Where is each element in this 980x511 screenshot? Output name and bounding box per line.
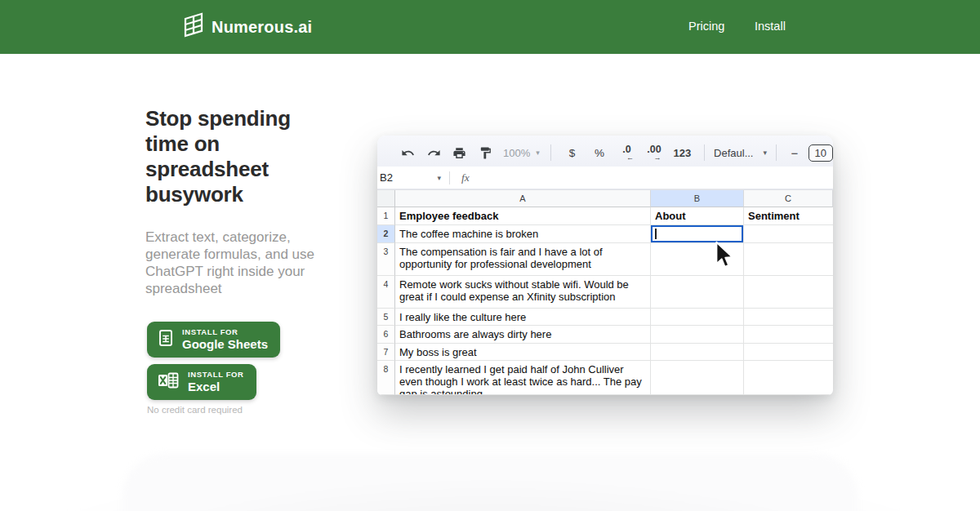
cell-A7[interactable]: My boss is great <box>395 344 651 361</box>
cell-C2[interactable] <box>744 225 833 243</box>
sheet-row-8: 8I recently learned I get paid half of J… <box>377 361 833 395</box>
font-selector[interactable]: Defaul... ▾ <box>714 147 767 159</box>
fx-icon: fx <box>461 171 470 184</box>
format-percent-button[interactable]: % <box>586 147 612 159</box>
cell-A6[interactable]: Bathrooms are always dirty here <box>395 326 651 344</box>
excel-icon <box>158 371 180 392</box>
toolbar-divider <box>550 144 551 161</box>
active-cell-reference: B2 <box>380 171 393 184</box>
column-header-A[interactable]: A <box>395 190 651 207</box>
cell-B5[interactable] <box>651 309 744 326</box>
cell-A3[interactable]: The compensation is fair and I have a lo… <box>395 243 651 276</box>
install-google-sheets-button[interactable]: INSTALL FOR Google Sheets <box>147 322 280 358</box>
zoom-selector[interactable]: 100% ▾ <box>503 147 540 159</box>
no-credit-card-note: No credit card required <box>147 405 243 415</box>
cell-C5[interactable] <box>744 309 833 326</box>
numerous-logo-icon <box>183 11 205 42</box>
formula-bar-divider <box>449 171 450 184</box>
brand-name: Numerous.ai <box>212 18 312 37</box>
cell-C6[interactable] <box>744 326 833 344</box>
row-header-7[interactable]: 7 <box>377 344 395 361</box>
sheet-row-5: 5I really like the culture here <box>377 309 833 326</box>
landing-page: Numerous.ai Pricing Install Stop spendin… <box>0 0 980 511</box>
toolbar-divider <box>704 144 705 161</box>
arrow-left-icon: ← <box>626 154 634 161</box>
install-for-eyebrow: INSTALL FOR <box>188 370 244 379</box>
font-size-input[interactable]: 10 <box>808 144 833 162</box>
sheet-rows: 1Employee feedbackAboutSentiment2The cof… <box>377 207 833 395</box>
sheet-row-4: 4Remote work sucks without stable wifi. … <box>377 276 833 309</box>
select-all-corner[interactable] <box>377 190 395 207</box>
page-title: Stop spending time on spreadsheet busywo… <box>145 106 321 207</box>
row-header-6[interactable]: 6 <box>377 326 395 344</box>
cell-C3[interactable] <box>744 243 833 276</box>
cell-C1[interactable]: Sentiment <box>744 207 833 225</box>
redo-button[interactable] <box>421 146 448 160</box>
undo-button[interactable] <box>395 146 421 160</box>
install-excel-button[interactable]: INSTALL FOR Excel <box>147 364 256 400</box>
brand-logo[interactable]: Numerous.ai <box>183 11 312 42</box>
chevron-down-icon: ▾ <box>763 149 767 157</box>
nav-link-install[interactable]: Install <box>755 20 786 33</box>
background-blob-inner <box>122 454 858 511</box>
cell-B4[interactable] <box>651 276 744 309</box>
cell-B6[interactable] <box>651 326 744 344</box>
cell-A2[interactable]: The coffee machine is broken <box>395 225 651 243</box>
row-header-8[interactable]: 8 <box>377 361 395 395</box>
font-name: Defaul... <box>714 147 753 159</box>
cell-B3[interactable] <box>651 243 744 276</box>
nav-link-pricing[interactable]: Pricing <box>688 20 724 33</box>
cell-C8[interactable] <box>744 361 833 395</box>
toolbar-divider <box>776 144 777 161</box>
spreadsheet-screenshot: 100% ▾ $ % .0 ← .00 → 123 Defaul... ▾ − … <box>377 136 833 395</box>
more-formats-button[interactable]: 123 <box>668 147 697 159</box>
zoom-value: 100% <box>503 147 530 159</box>
text-caret <box>655 229 657 239</box>
column-header-B[interactable]: B <box>651 190 744 207</box>
install-excel-text: INSTALL FOR Excel <box>188 370 244 393</box>
decrease-decimal-button[interactable]: .0 ← <box>613 145 640 161</box>
column-header-C[interactable]: C <box>744 190 833 207</box>
cell-B2[interactable] <box>651 225 744 243</box>
row-header-2[interactable]: 2 <box>377 225 395 243</box>
sheet-row-3: 3The compensation is fair and I have a l… <box>377 243 833 276</box>
sheet-row-1: 1Employee feedbackAboutSentiment <box>377 207 833 225</box>
chevron-down-icon: ▾ <box>536 149 540 157</box>
paint-format-button[interactable] <box>473 146 499 160</box>
formula-bar: B2 ▾ fx <box>377 167 833 189</box>
increase-decimal-button[interactable]: .00 → <box>640 145 667 161</box>
install-google-sheets-text: INSTALL FOR Google Sheets <box>182 327 268 351</box>
arrow-right-icon: → <box>653 154 661 161</box>
install-for-eyebrow: INSTALL FOR <box>182 327 268 336</box>
sheet-row-2: 2The coffee machine is broken <box>377 225 833 243</box>
decrease-font-size-button[interactable]: − <box>784 146 805 160</box>
row-header-3[interactable]: 3 <box>377 243 395 276</box>
name-box[interactable]: B2 ▾ <box>377 171 449 184</box>
excel-label: Excel <box>188 380 244 393</box>
cell-A4[interactable]: Remote work sucks without stable wifi. W… <box>395 276 651 309</box>
row-header-1[interactable]: 1 <box>377 207 395 225</box>
cell-A8[interactable]: I recently learned I get paid half of Jo… <box>395 361 651 395</box>
cell-B1[interactable]: About <box>651 207 744 225</box>
row-header-5[interactable]: 5 <box>377 309 395 326</box>
cell-C4[interactable] <box>744 276 833 309</box>
sheet-row-6: 6Bathrooms are always dirty here <box>377 326 833 344</box>
top-navigation-bar: Numerous.ai Pricing Install <box>0 0 980 54</box>
column-headers: ABC <box>377 189 833 207</box>
google-sheets-label: Google Sheets <box>182 337 268 351</box>
page-subtitle: Extract text, categorize, generate formu… <box>145 229 343 297</box>
print-button[interactable] <box>447 146 473 160</box>
google-sheets-icon <box>158 329 174 349</box>
cell-B7[interactable] <box>651 344 744 361</box>
format-currency-button[interactable]: $ <box>559 147 586 159</box>
chevron-down-icon: ▾ <box>437 174 441 182</box>
row-header-4[interactable]: 4 <box>377 276 395 309</box>
sheet-toolbar: 100% ▾ $ % .0 ← .00 → 123 Defaul... ▾ − … <box>377 136 833 167</box>
cell-C7[interactable] <box>744 344 833 361</box>
sheet-row-7: 7My boss is great <box>377 344 833 361</box>
cell-A1[interactable]: Employee feedback <box>395 207 651 225</box>
cell-B8[interactable] <box>651 361 744 395</box>
cell-A5[interactable]: I really like the culture here <box>395 309 651 326</box>
